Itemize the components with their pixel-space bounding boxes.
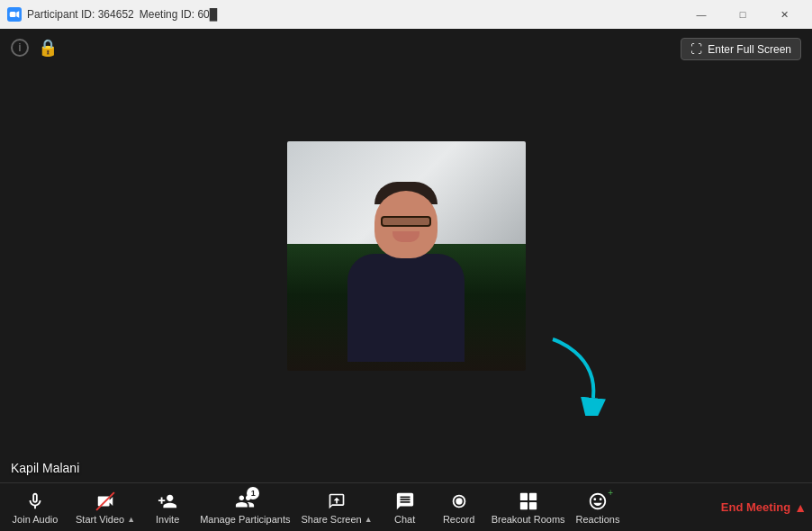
person-body (347, 254, 465, 362)
video-chevron: ▲ (127, 515, 135, 524)
manage-participants-label: Manage Participants (200, 514, 290, 525)
invite-label: Invite (156, 514, 179, 525)
top-left-icons: i 🔒 (11, 38, 58, 58)
manage-participants-icon: 1 (234, 490, 256, 512)
chat-button[interactable]: Chat (378, 483, 432, 532)
reactions-button[interactable]: + Reactions (571, 483, 626, 532)
title-participant-id: Participant ID: 364652 (27, 8, 134, 21)
join-audio-button[interactable]: Join Audio (0, 483, 70, 532)
svg-rect-0 (10, 12, 16, 17)
chat-icon (394, 490, 416, 512)
zoom-logo (7, 7, 22, 22)
reactions-icon: + (587, 490, 609, 512)
title-bar-controls: — □ ✕ (681, 0, 805, 29)
toolbar: Join Audio Start Video ▲ Invite 1 (0, 482, 812, 531)
video-feed (287, 141, 526, 371)
person-head (374, 191, 438, 258)
minimize-button[interactable]: — (681, 0, 722, 29)
person-silhouette (334, 182, 478, 371)
share-screen-button[interactable]: Share Screen ▲ (295, 483, 377, 532)
share-screen-label: Share Screen (301, 514, 361, 525)
fullscreen-button[interactable]: ⛶ Enter Full Screen (681, 38, 801, 60)
fullscreen-label: Enter Full Screen (708, 43, 791, 56)
join-audio-label: Join Audio (13, 514, 59, 525)
teal-arrow (544, 335, 607, 419)
join-audio-icon (24, 490, 46, 512)
svg-rect-6 (529, 492, 537, 500)
maximize-button[interactable]: □ (722, 0, 763, 29)
invite-button[interactable]: Invite (140, 483, 194, 532)
share-screen-icon (326, 490, 347, 512)
title-meeting-id: Meeting ID: 60█ (140, 8, 218, 21)
share-chevron: ▲ (365, 515, 373, 524)
fullscreen-icon: ⛶ (690, 42, 702, 56)
title-bar: Participant ID: 364652 Meeting ID: 60█ —… (0, 0, 812, 29)
participants-badge: 1 (247, 487, 259, 500)
record-button[interactable]: Record (432, 483, 486, 532)
end-meeting-label: End Meeting (721, 500, 790, 514)
start-video-icon (95, 490, 116, 512)
invite-icon (157, 490, 178, 512)
record-icon (448, 490, 470, 512)
lock-icon: 🔒 (38, 38, 58, 58)
close-button[interactable]: ✕ (763, 0, 805, 29)
info-icon[interactable]: i (11, 39, 29, 57)
reactions-label: Reactions (576, 514, 620, 525)
meeting-area: i 🔒 ⛶ Enter Full Screen (0, 29, 812, 482)
svg-marker-1 (16, 11, 19, 18)
chat-label: Chat (394, 514, 415, 525)
breakout-rooms-label: Breakout Rooms (492, 514, 565, 525)
manage-participants-button[interactable]: 1 Manage Participants (194, 483, 295, 532)
start-video-label: Start Video (76, 514, 124, 525)
svg-rect-7 (519, 501, 527, 508)
breakout-rooms-icon (518, 490, 539, 512)
title-bar-left: Participant ID: 364652 Meeting ID: 60█ (7, 7, 217, 22)
svg-rect-8 (529, 501, 537, 508)
breakout-rooms-button[interactable]: Breakout Rooms (486, 483, 571, 532)
end-meeting-chevron: ▲ (794, 500, 807, 515)
end-meeting-button[interactable]: End Meeting ▲ (716, 483, 812, 532)
start-video-button[interactable]: Start Video ▲ (70, 483, 140, 532)
participant-name: Kapil Malani (11, 461, 79, 475)
record-label: Record (443, 514, 474, 525)
svg-rect-5 (519, 492, 527, 500)
svg-point-4 (456, 498, 462, 504)
